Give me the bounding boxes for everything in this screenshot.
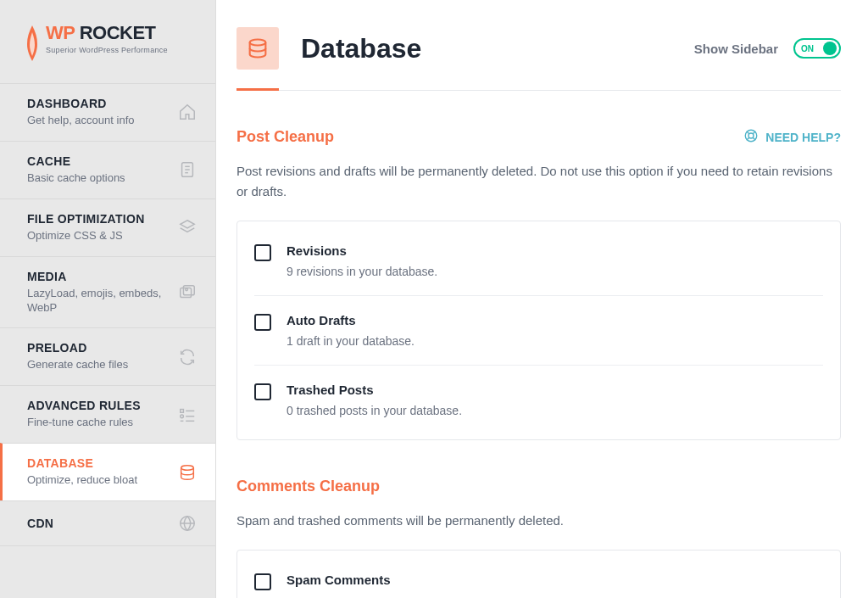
svg-point-18 bbox=[748, 133, 754, 138]
option-sub: 9 revisions in your database. bbox=[287, 265, 437, 278]
option-auto-drafts: Auto Drafts 1 draft in your database. bbox=[254, 296, 823, 366]
section-title: Post Cleanup bbox=[236, 128, 334, 146]
lifering-icon bbox=[743, 128, 759, 146]
svg-marker-4 bbox=[181, 221, 195, 228]
option-revisions: Revisions 9 revisions in your database. bbox=[254, 226, 823, 296]
svg-point-10 bbox=[181, 415, 184, 418]
sidebar-item-desc: Generate cache files bbox=[27, 358, 128, 372]
post-cleanup-options: Revisions 9 revisions in your database. … bbox=[236, 221, 841, 440]
sidebar-item-desc: Fine-tune cache rules bbox=[27, 416, 141, 430]
page-icon-database bbox=[236, 27, 279, 70]
option-sub: 0 trashed posts in your database. bbox=[287, 404, 462, 417]
svg-rect-8 bbox=[181, 409, 184, 412]
page-title: Database bbox=[301, 33, 421, 64]
logo-text: WP ROCKET bbox=[46, 24, 168, 42]
sidebar-item-preload[interactable]: PRELOAD Generate cache files bbox=[0, 327, 215, 385]
show-sidebar-label: Show Sidebar bbox=[694, 42, 778, 56]
file-icon bbox=[178, 160, 197, 179]
need-help-label: NEED HELP? bbox=[765, 131, 841, 144]
need-help-link[interactable]: NEED HELP? bbox=[743, 128, 841, 146]
sidebar-item-desc: LazyLoad, emojis, embeds, WebP bbox=[27, 287, 163, 316]
logo: WP ROCKET Superior WordPress Performance bbox=[0, 0, 215, 83]
sidebar-item-label: CDN bbox=[27, 517, 53, 530]
toggle-knob bbox=[823, 42, 837, 55]
home-icon bbox=[178, 103, 197, 121]
sidebar-item-database[interactable]: DATABASE Optimize, reduce bloat bbox=[0, 443, 215, 500]
sidebar-item-label: DATABASE bbox=[27, 456, 137, 470]
refresh-icon bbox=[178, 348, 197, 366]
rocket-flame-icon bbox=[24, 24, 41, 63]
option-title: Spam Comments bbox=[287, 573, 391, 587]
svg-point-7 bbox=[186, 288, 188, 291]
option-title: Auto Drafts bbox=[287, 313, 415, 327]
sidebar-item-file-optimization[interactable]: FILE OPTIMIZATION Optimize CSS & JS bbox=[0, 198, 215, 256]
section-desc: Spam and trashed comments will be perman… bbox=[236, 511, 841, 531]
svg-point-16 bbox=[250, 40, 266, 46]
sidebar-item-label: DASHBOARD bbox=[27, 97, 134, 110]
sidebar-item-desc: Optimize CSS & JS bbox=[27, 229, 145, 243]
sidebar-item-label: CACHE bbox=[27, 154, 125, 168]
sidebar-item-desc: Basic cache options bbox=[27, 171, 125, 186]
option-trashed-posts: Trashed Posts 0 trashed posts in your da… bbox=[254, 366, 823, 434]
option-sub: 1 draft in your database. bbox=[287, 334, 415, 348]
sidebar-item-cache[interactable]: CACHE Basic cache options bbox=[0, 141, 215, 198]
section-comments-cleanup: Comments Cleanup Spam and trashed commen… bbox=[236, 478, 841, 598]
sidebar: WP ROCKET Superior WordPress Performance… bbox=[0, 0, 216, 598]
toggle-on-label: ON bbox=[801, 44, 814, 53]
option-title: Revisions bbox=[287, 243, 437, 258]
sidebar-item-desc: Optimize, reduce bloat bbox=[27, 473, 137, 488]
section-desc: Post revisions and drafts will be perman… bbox=[236, 161, 841, 202]
show-sidebar-toggle[interactable]: ON bbox=[793, 38, 841, 59]
sidebar-item-media[interactable]: MEDIA LazyLoad, emojis, embeds, WebP bbox=[0, 256, 215, 328]
checkbox-trashed-posts[interactable] bbox=[254, 383, 271, 400]
sidebar-item-desc: Get help, account info bbox=[27, 114, 134, 128]
sidebar-item-dashboard[interactable]: DASHBOARD Get help, account info bbox=[0, 83, 215, 141]
section-post-cleanup: Post Cleanup NEED HELP? Post revisions a… bbox=[236, 128, 841, 440]
sidebar-item-cdn[interactable]: CDN bbox=[0, 500, 215, 546]
page-header: Database Show Sidebar ON bbox=[236, 27, 841, 91]
sidebar-item-label: PRELOAD bbox=[27, 341, 128, 355]
main-content: Database Show Sidebar ON Post Cleanup NE… bbox=[216, 0, 868, 598]
section-title: Comments Cleanup bbox=[236, 478, 380, 495]
database-icon bbox=[178, 463, 197, 482]
list-icon bbox=[178, 405, 197, 424]
logo-tagline: Superior WordPress Performance bbox=[46, 46, 168, 54]
svg-point-14 bbox=[181, 465, 194, 470]
option-spam-comments: Spam Comments bbox=[254, 556, 823, 598]
comments-cleanup-options: Spam Comments bbox=[236, 550, 841, 598]
sidebar-item-label: ADVANCED RULES bbox=[27, 399, 141, 412]
checkbox-auto-drafts[interactable] bbox=[254, 314, 271, 331]
option-title: Trashed Posts bbox=[287, 383, 462, 397]
globe-icon bbox=[178, 514, 197, 533]
media-icon bbox=[178, 283, 197, 302]
layers-icon bbox=[178, 218, 197, 237]
checkbox-revisions[interactable] bbox=[254, 244, 271, 261]
checkbox-spam-comments[interactable] bbox=[254, 573, 271, 590]
sidebar-item-label: MEDIA bbox=[27, 270, 163, 283]
sidebar-item-advanced-rules[interactable]: ADVANCED RULES Fine-tune cache rules bbox=[0, 385, 215, 443]
sidebar-item-label: FILE OPTIMIZATION bbox=[27, 212, 145, 226]
